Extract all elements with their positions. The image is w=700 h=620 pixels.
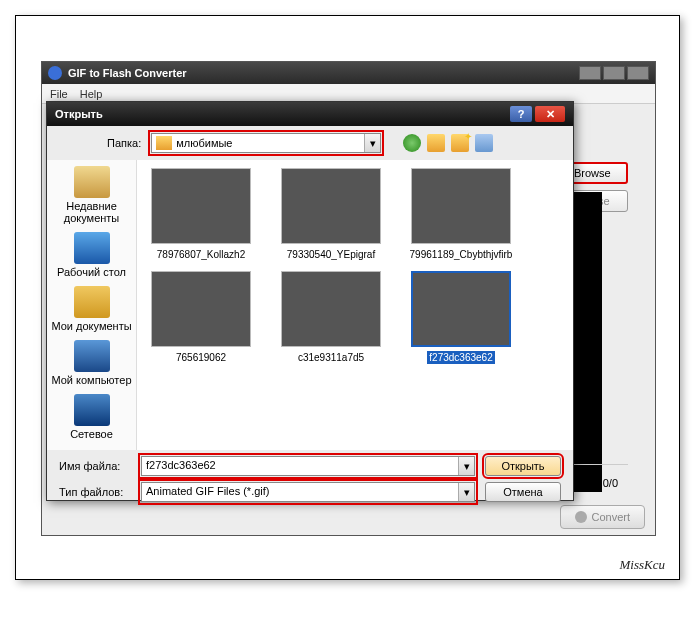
browse-label: Browse xyxy=(574,167,611,179)
folder-combo[interactable]: млюбимые ▾ xyxy=(151,133,381,153)
dialog-bottom: Имя файла: f273dc363e62 ▾ Открыть Тип фа… xyxy=(47,450,573,508)
dialog-help-button[interactable]: ? xyxy=(510,106,532,122)
folder-value: млюбимые xyxy=(176,137,364,149)
file-item-selected[interactable]: f273dc363e62 xyxy=(405,271,517,364)
dialog-title: Открыть xyxy=(55,108,510,120)
filename-value: f273dc363e62 xyxy=(142,457,458,475)
app-icon xyxy=(48,66,62,80)
place-recent[interactable]: Недавние документы xyxy=(49,166,134,224)
file-list[interactable]: 78976807_Kollazh2 79330540_YEpigraf 7996… xyxy=(137,160,573,450)
up-folder-icon[interactable] xyxy=(427,134,445,152)
filetype-value: Animated GIF Files (*.gif) xyxy=(142,483,458,501)
file-item[interactable]: 79961189_Cbybthjvfirb xyxy=(405,168,517,261)
thumbnail xyxy=(281,168,381,244)
convert-button[interactable]: Convert xyxy=(560,505,645,529)
dialog-close-button[interactable]: ✕ xyxy=(535,106,565,122)
filename-label: Имя файла: xyxy=(59,460,131,472)
place-label: Недавние документы xyxy=(49,200,134,224)
file-caption: 79961189_Cbybthjvfirb xyxy=(408,248,515,261)
app-titlebar[interactable]: GIF to Flash Converter xyxy=(42,62,655,84)
computer-icon xyxy=(74,340,110,372)
open-label: Открыть xyxy=(501,460,544,472)
progress-text: 0/0 xyxy=(603,477,618,489)
menu-file[interactable]: File xyxy=(50,88,68,100)
documents-icon xyxy=(74,286,110,318)
recent-icon xyxy=(74,166,110,198)
chevron-down-icon[interactable]: ▾ xyxy=(458,483,474,501)
watermark: MissKcu xyxy=(620,557,666,573)
open-button[interactable]: Открыть xyxy=(485,456,561,476)
file-item[interactable]: 765619062 xyxy=(145,271,257,364)
network-icon xyxy=(74,394,110,426)
place-mycomputer[interactable]: Мой компьютер xyxy=(49,340,134,386)
places-sidebar: Недавние документы Рабочий стол Мои доку… xyxy=(47,160,137,450)
menu-help[interactable]: Help xyxy=(80,88,103,100)
file-caption: f273dc363e62 xyxy=(427,351,494,364)
outer-frame: GIF to Flash Converter File Help Browse … xyxy=(15,15,680,580)
filetype-label: Тип файлов: xyxy=(59,486,131,498)
file-item[interactable]: 78976807_Kollazh2 xyxy=(145,168,257,261)
folder-icon xyxy=(156,136,172,150)
file-caption: 78976807_Kollazh2 xyxy=(155,248,247,261)
cancel-label: Отмена xyxy=(503,486,542,498)
folder-label: Папка: xyxy=(107,137,141,149)
open-dialog: Открыть ? ✕ Папка: млюбимые ▾ Недавние д… xyxy=(46,101,574,501)
gear-icon xyxy=(575,511,587,523)
place-label: Мой компьютер xyxy=(51,374,131,386)
thumbnail xyxy=(411,271,511,347)
place-label: Рабочий стол xyxy=(57,266,126,278)
close-button[interactable] xyxy=(627,66,649,80)
back-icon[interactable] xyxy=(403,134,421,152)
place-network[interactable]: Сетевое xyxy=(49,394,134,440)
place-mydocs[interactable]: Мои документы xyxy=(49,286,134,332)
file-caption: 79330540_YEpigraf xyxy=(285,248,377,261)
file-item[interactable]: c31e9311a7d5 xyxy=(275,271,387,364)
thumbnail xyxy=(281,271,381,347)
place-label: Мои документы xyxy=(51,320,131,332)
dialog-body: Недавние документы Рабочий стол Мои доку… xyxy=(47,160,573,450)
new-folder-icon[interactable] xyxy=(451,134,469,152)
desktop-icon xyxy=(74,232,110,264)
thumbnail xyxy=(151,271,251,347)
place-label: Сетевое xyxy=(70,428,113,440)
file-caption: c31e9311a7d5 xyxy=(296,351,366,364)
convert-label: Convert xyxy=(591,511,630,523)
thumbnail xyxy=(151,168,251,244)
chevron-down-icon[interactable]: ▾ xyxy=(364,134,380,152)
filetype-combo[interactable]: Animated GIF Files (*.gif) ▾ xyxy=(141,482,475,502)
thumbnail xyxy=(411,168,511,244)
dialog-toolbar: Папка: млюбимые ▾ xyxy=(47,126,573,160)
file-caption: 765619062 xyxy=(174,351,228,364)
dialog-titlebar[interactable]: Открыть ? ✕ xyxy=(47,102,573,126)
cancel-button[interactable]: Отмена xyxy=(485,482,561,502)
place-desktop[interactable]: Рабочий стол xyxy=(49,232,134,278)
filename-combo[interactable]: f273dc363e62 ▾ xyxy=(141,456,475,476)
view-menu-icon[interactable] xyxy=(475,134,493,152)
file-item[interactable]: 79330540_YEpigraf xyxy=(275,168,387,261)
minimize-button[interactable] xyxy=(579,66,601,80)
maximize-button[interactable] xyxy=(603,66,625,80)
app-title: GIF to Flash Converter xyxy=(68,67,579,79)
chevron-down-icon[interactable]: ▾ xyxy=(458,457,474,475)
